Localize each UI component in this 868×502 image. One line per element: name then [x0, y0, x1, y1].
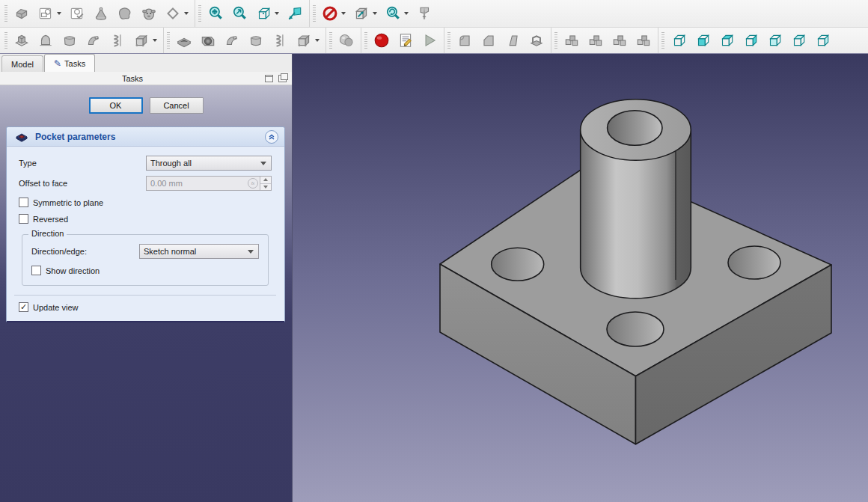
multi-transform-button[interactable] [632, 30, 655, 51]
hole-button[interactable] [197, 30, 219, 51]
pocket-button[interactable] [173, 30, 195, 51]
viewcube-top-icon [718, 31, 736, 49]
collapse-button[interactable] [265, 130, 278, 144]
additive-helix-button[interactable] [106, 30, 129, 51]
pocket-icon [13, 128, 31, 146]
fillet-button[interactable] [453, 30, 476, 51]
toolbar-drag-handle[interactable] [4, 32, 7, 49]
macro-play-button[interactable] [418, 30, 441, 51]
toolbar-drag-handle[interactable] [554, 32, 557, 49]
boolean-operation-button[interactable] [335, 30, 358, 51]
spin-down-button[interactable] [260, 184, 271, 191]
zoom-fit-all-button[interactable] [204, 3, 227, 24]
toolbar-group [195, 0, 309, 27]
freecad-window: Model ✎ Tasks Tasks OK Cancel [0, 0, 868, 502]
tab-model[interactable]: Model [1, 55, 43, 72]
zoom-rotate-icon [384, 4, 402, 22]
revolution-button[interactable] [34, 30, 57, 51]
view-front-button[interactable] [691, 30, 714, 51]
expression-fx-icon[interactable]: fx [248, 178, 258, 189]
pocket-parameters-dialog: Pocket parameters Type Through all [6, 126, 285, 322]
ok-button[interactable]: OK [89, 97, 143, 114]
rotate-view-button[interactable] [382, 3, 412, 24]
toolbar-drag-handle[interactable] [661, 32, 664, 49]
symmetric-to-plane-checkbox[interactable]: ✓ [19, 198, 28, 207]
pad-button[interactable] [10, 30, 33, 51]
pattern-cubes-icon [611, 31, 629, 49]
dropdown-arrow-icon[interactable] [184, 12, 189, 15]
dropdown-arrow-icon[interactable] [373, 12, 377, 15]
toolbar-drag-handle[interactable] [198, 5, 201, 22]
view-left-button[interactable] [811, 30, 834, 51]
macro-record-button[interactable] [370, 30, 393, 51]
show-direction-checkbox[interactable]: ✓ [31, 266, 41, 275]
polar-pattern-button[interactable] [608, 30, 631, 51]
linear-pattern-button[interactable] [584, 30, 607, 51]
chamfer-button[interactable] [477, 30, 500, 51]
viewcube-front-icon [694, 31, 712, 49]
toolbar-drag-handle[interactable] [329, 32, 332, 49]
zoom-selection-button[interactable] [228, 3, 251, 24]
subtractive-helix-button[interactable] [269, 30, 291, 51]
view-axonometric-button[interactable] [667, 30, 690, 51]
additive-primitive-button[interactable] [130, 30, 160, 51]
create-datum-geometry-button[interactable] [162, 3, 192, 24]
toolbar-row-2 [0, 28, 868, 54]
toolbar-drag-handle[interactable] [447, 32, 450, 49]
record-icon [373, 31, 391, 49]
view-cube-button[interactable] [350, 3, 380, 24]
dropdown-arrow-icon[interactable] [341, 12, 346, 15]
update-view-checkbox[interactable]: ✓ [19, 302, 28, 312]
dropdown-arrow-icon[interactable] [404, 12, 409, 15]
create-sketch-button[interactable] [34, 3, 64, 24]
additive-pipe-button[interactable] [82, 30, 105, 51]
edit-sketch-button[interactable] [66, 3, 88, 24]
reversed-checkbox[interactable]: ✓ [19, 214, 28, 224]
toolbar-drag-handle[interactable] [167, 32, 170, 49]
toolbar-drag-handle[interactable] [4, 5, 7, 22]
tab-tasks[interactable]: ✎ Tasks [44, 54, 95, 72]
subtractive-pipe-button[interactable] [245, 30, 267, 51]
fit-selection-button[interactable] [284, 3, 306, 24]
additive-loft-button[interactable] [58, 30, 81, 51]
create-clone-button[interactable] [138, 3, 160, 24]
view-bottom-button[interactable] [787, 30, 810, 51]
type-select[interactable]: Through all [146, 156, 272, 171]
create-datum-button[interactable] [90, 3, 112, 24]
measure-button[interactable] [413, 3, 435, 24]
subtractive-primitive-button[interactable] [293, 30, 323, 51]
offset-to-face-input[interactable]: 0.00 mm fx [146, 176, 272, 191]
view-top-button[interactable] [715, 30, 738, 51]
toolbar-group [658, 28, 837, 53]
cancel-button[interactable]: Cancel [150, 97, 204, 114]
groove-button[interactable] [221, 30, 243, 51]
macro-edit-button[interactable] [394, 30, 417, 51]
draft-button[interactable] [501, 30, 524, 51]
direction-edge-select[interactable]: Sketch normal [139, 244, 259, 259]
toolbar-group [551, 28, 658, 53]
spin-up-button[interactable] [260, 177, 271, 184]
type-value: Through all [150, 159, 260, 168]
dropdown-arrow-icon[interactable] [57, 12, 61, 15]
mirrored-button[interactable] [560, 30, 583, 51]
axonometric-view-button[interactable] [252, 3, 282, 24]
create-body-button[interactable] [10, 3, 33, 24]
toolbar-drag-handle[interactable] [364, 32, 367, 49]
toolbar-drag-handle[interactable] [313, 5, 316, 22]
clipping-plane-button[interactable] [319, 3, 349, 24]
plate-hole-left [492, 248, 544, 281]
thickness-button[interactable] [525, 30, 548, 51]
dock-maximize-icon[interactable] [265, 75, 273, 82]
dock-float-icon[interactable] [278, 75, 287, 82]
dialog-header[interactable]: Pocket parameters [7, 127, 284, 147]
3d-viewport[interactable] [293, 54, 868, 502]
view-right-button[interactable] [739, 30, 762, 51]
sketch-icon [37, 4, 55, 22]
dropdown-arrow-icon[interactable] [275, 12, 279, 15]
view-rear-button[interactable] [763, 30, 786, 51]
chevron-down-icon [248, 250, 254, 254]
dropdown-arrow-icon[interactable] [315, 39, 320, 42]
create-shapebinder-button[interactable] [114, 3, 136, 24]
zoom-fit-icon [207, 4, 224, 22]
dropdown-arrow-icon[interactable] [153, 39, 157, 42]
